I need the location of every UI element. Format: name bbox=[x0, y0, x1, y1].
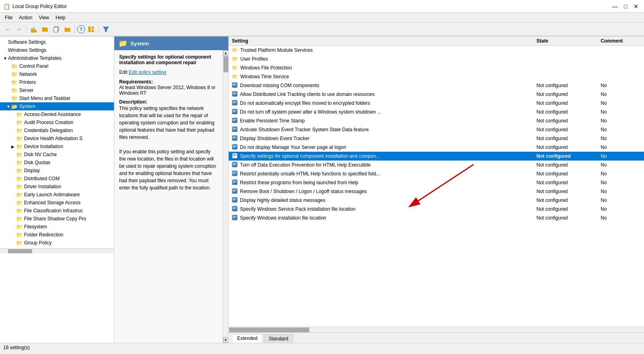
svg-rect-62 bbox=[233, 164, 236, 164]
row-comment-text: No bbox=[601, 118, 641, 124]
row-state-text: Not configured bbox=[536, 197, 601, 203]
sidebar-item-distributed-com[interactable]: 📁 Distributed COM bbox=[0, 175, 114, 183]
sidebar-item-software-settings[interactable]: Software Settings bbox=[0, 38, 114, 46]
table-row[interactable]: Display Shutdown Event TrackerNot config… bbox=[229, 134, 644, 143]
table-row[interactable]: Remove Boot / Shutdown / Logon / Logoff … bbox=[229, 187, 644, 196]
table-row[interactable]: Do not display Manage Your Server page a… bbox=[229, 143, 644, 152]
back-button[interactable]: ← bbox=[2, 24, 13, 35]
table-row[interactable]: 📁Windows File Protection bbox=[229, 63, 644, 72]
table-row[interactable]: Display highly detailed status messagesN… bbox=[229, 196, 644, 205]
table-row[interactable]: Activate Shutdown Event Tracker System S… bbox=[229, 125, 644, 134]
sidebar-item-group-policy[interactable]: 📁 Group Policy bbox=[0, 239, 114, 247]
table-row[interactable]: 📁User Profiles bbox=[229, 55, 644, 63]
table-row[interactable]: Download missing COM componentsNot confi… bbox=[229, 81, 644, 90]
row-state-text: Not configured bbox=[536, 100, 601, 106]
menu-view[interactable]: View bbox=[36, 14, 53, 21]
middle-description-text: This policy setting specifies the networ… bbox=[119, 105, 218, 191]
title-bar: 📋 Local Group Policy Editor — □ ✕ bbox=[0, 0, 644, 13]
folder-icon: 📁 bbox=[16, 176, 22, 182]
hscroll-thumb[interactable] bbox=[229, 328, 309, 332]
sidebar-label: Network bbox=[19, 71, 37, 77]
menu-file[interactable]: File bbox=[2, 14, 16, 21]
middle-edit-policy-link[interactable]: Edit policy setting bbox=[129, 69, 166, 75]
table-row[interactable]: Specify Windows installation file locati… bbox=[229, 214, 644, 222]
sidebar-item-control-panel[interactable]: 📁 Control Panel bbox=[0, 62, 114, 70]
status-bar: 16 setting(s) bbox=[0, 343, 644, 352]
row-comment-text: No bbox=[601, 215, 641, 221]
folder-open-icon: 📂 bbox=[11, 104, 18, 110]
minimize-button[interactable]: — bbox=[610, 2, 620, 11]
sidebar-item-server[interactable]: 📁 Server bbox=[0, 86, 114, 94]
sidebar-hscroll-thumb[interactable] bbox=[8, 249, 32, 253]
sidebar-label: Control Panel bbox=[19, 63, 49, 69]
table-content[interactable]: 📁Trusted Platform Module Services📁User P… bbox=[229, 46, 644, 327]
table-row[interactable]: Do not automatically encrypt files moved… bbox=[229, 99, 644, 108]
sidebar-item-enhanced-storage[interactable]: 📁 Enhanced Storage Access bbox=[0, 199, 114, 207]
table-row[interactable]: Specify Windows Service Pack installatio… bbox=[229, 205, 644, 214]
sidebar-item-windows-settings[interactable]: Windows Settings bbox=[0, 46, 114, 54]
sidebar-item-admin-templates[interactable]: ▼ Administrative Templates bbox=[0, 54, 114, 62]
svg-rect-27 bbox=[233, 102, 236, 102]
tab-standard[interactable]: Standard bbox=[264, 334, 294, 343]
sidebar-item-printers[interactable]: 📁 Printers bbox=[0, 78, 114, 86]
copy-button[interactable] bbox=[51, 24, 61, 35]
table-row[interactable]: Allow Distributed Link Tracking clients … bbox=[229, 90, 644, 99]
sidebar-item-disk-nv[interactable]: 📁 Disk NV Cache bbox=[0, 151, 114, 159]
folder-button[interactable] bbox=[40, 24, 50, 35]
table-row[interactable]: Do not turn off system power after a Win… bbox=[229, 108, 644, 116]
sidebar-item-file-share-shadow[interactable]: 📁 File Share Shadow Copy Pro bbox=[0, 215, 114, 223]
menu-action[interactable]: Action bbox=[16, 14, 35, 21]
sidebar-item-credentials[interactable]: 📁 Credentials Delegation bbox=[0, 126, 114, 134]
svg-rect-56 bbox=[235, 154, 236, 155]
table-row[interactable]: 📁Trusted Platform Module Services bbox=[229, 46, 644, 55]
table-row[interactable]: Specify settings for optional component … bbox=[229, 152, 644, 161]
svg-rect-55 bbox=[233, 154, 234, 155]
sidebar-item-audit-process[interactable]: 📁 Audit Process Creation bbox=[0, 118, 114, 126]
table-row[interactable]: Turn off Data Execution Prevention for H… bbox=[229, 161, 644, 169]
table-row[interactable]: Restrict potentially unsafe HTML Help fu… bbox=[229, 169, 644, 178]
svg-rect-63 bbox=[233, 165, 235, 165]
svg-rect-17 bbox=[233, 84, 236, 85]
sidebar-item-system[interactable]: ▼ 📂 System bbox=[0, 102, 114, 110]
properties-button[interactable] bbox=[86, 24, 96, 35]
sidebar-item-filesystem[interactable]: 📁 Filesystem bbox=[0, 223, 114, 231]
sidebar-item-network[interactable]: 📁 Network bbox=[0, 70, 114, 78]
table-row[interactable]: Restrict these programs from being launc… bbox=[229, 178, 644, 187]
table-hscrollbar[interactable] bbox=[229, 327, 644, 332]
table-row[interactable]: Enable Persistent Time StampNot configur… bbox=[229, 116, 644, 125]
sidebar-item-early-launch[interactable]: 📁 Early Launch Antimalware bbox=[0, 191, 114, 199]
share-button[interactable] bbox=[62, 24, 73, 35]
scroll-down-button[interactable]: ▼ bbox=[223, 337, 229, 343]
tab-extended[interactable]: Extended bbox=[232, 334, 263, 343]
sidebar-item-device-health[interactable]: 📁 Device Health Attestation S bbox=[0, 134, 114, 142]
sidebar-item-display[interactable]: 📁 Display bbox=[0, 167, 114, 175]
maximize-button[interactable]: □ bbox=[621, 2, 630, 11]
scroll-thumb[interactable] bbox=[223, 56, 228, 72]
folder-icon: 📁 bbox=[232, 47, 238, 53]
sidebar-item-driver-installation[interactable]: 📁 Driver Installation bbox=[0, 183, 114, 191]
sidebar-item-start-menu[interactable]: 📁 Start Menu and Taskbar bbox=[0, 94, 114, 102]
middle-content-area: Specify settings for optional component … bbox=[114, 50, 223, 343]
scroll-up-button[interactable]: ▲ bbox=[223, 50, 229, 56]
sidebar-item-file-classification[interactable]: 📁 File Classification Infrastruc bbox=[0, 207, 114, 215]
row-comment-text: No bbox=[601, 109, 641, 115]
sidebar-item-access-denied[interactable]: 📁 Access-Denied Assistance bbox=[0, 110, 114, 118]
sidebar-item-disk-quotas[interactable]: 📁 Disk Quotas bbox=[0, 159, 114, 167]
sidebar[interactable]: Software Settings Windows Settings ▼ Adm… bbox=[0, 37, 114, 343]
svg-rect-30 bbox=[233, 110, 234, 110]
forward-button[interactable]: → bbox=[14, 24, 24, 35]
policy-icon bbox=[232, 171, 238, 177]
header-state: State bbox=[536, 38, 601, 44]
svg-rect-25 bbox=[233, 101, 234, 102]
close-button[interactable]: ✕ bbox=[631, 2, 641, 11]
filter-button[interactable] bbox=[101, 24, 111, 35]
sidebar-item-device-installation[interactable]: ▶ 📁 Device Installation bbox=[0, 142, 114, 151]
middle-vscrollbar[interactable]: ▲ ▼ bbox=[223, 50, 228, 343]
table-row[interactable]: 📁Windows Time Service bbox=[229, 72, 644, 81]
menu-help[interactable]: Help bbox=[53, 14, 69, 21]
sidebar-item-folder-redirection[interactable]: 📁 Folder Redirection bbox=[0, 231, 114, 239]
svg-rect-37 bbox=[233, 120, 236, 120]
help-button[interactable]: ? bbox=[77, 25, 85, 33]
up-button[interactable] bbox=[28, 24, 39, 35]
sidebar-hscrollbar[interactable] bbox=[0, 248, 114, 253]
